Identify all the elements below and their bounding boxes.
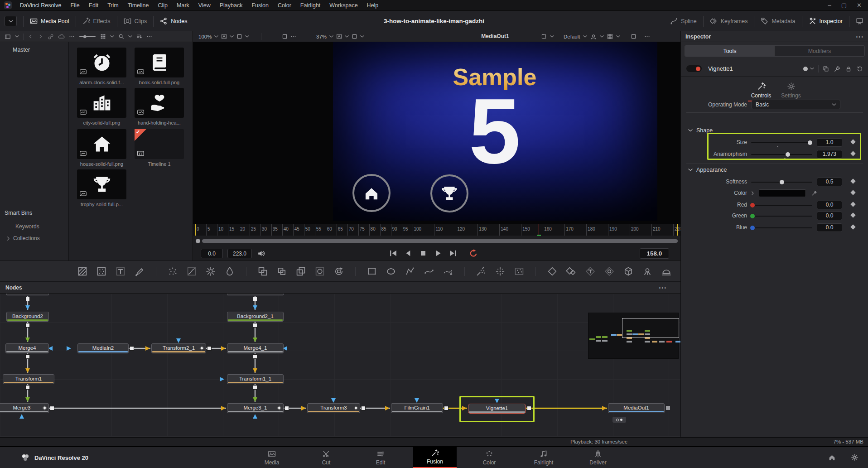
dotbox-icon[interactable] bbox=[541, 34, 547, 39]
smart-bins-label[interactable]: Smart Bins bbox=[5, 210, 32, 216]
dots-icon[interactable] bbox=[69, 34, 75, 39]
tool-background-button[interactable] bbox=[77, 266, 88, 277]
back-icon[interactable] bbox=[28, 34, 34, 39]
menu-item-clip[interactable]: Clip bbox=[154, 0, 173, 11]
tool-particle-fast-button[interactable] bbox=[495, 266, 506, 277]
node-enable-toggle[interactable] bbox=[686, 65, 702, 72]
media-item-timeline[interactable]: ✓ bbox=[135, 129, 184, 159]
node-Transform3[interactable]: Transform3 bbox=[307, 403, 360, 413]
slider-thumb[interactable] bbox=[750, 226, 755, 230]
media-item-house[interactable] bbox=[77, 129, 126, 159]
tool-wand-mask-button[interactable] bbox=[443, 266, 453, 277]
chev-icon[interactable] bbox=[360, 34, 364, 39]
sqbox-icon[interactable] bbox=[631, 34, 637, 39]
subtab-settings[interactable]: Settings bbox=[778, 82, 804, 99]
chev-icon[interactable] bbox=[616, 34, 620, 39]
section-appearance[interactable]: Appearance bbox=[688, 167, 727, 173]
node-MediaIn2[interactable]: MediaIn2 bbox=[77, 343, 129, 353]
speaker-icon[interactable] bbox=[257, 250, 265, 257]
menu-item-edit[interactable]: Edit bbox=[84, 0, 103, 11]
step-back-button[interactable] bbox=[404, 249, 413, 258]
toolbar-button-spline[interactable]: Spline bbox=[670, 17, 697, 25]
gridview-icon[interactable] bbox=[100, 34, 106, 39]
keyframe-diamond-icon[interactable] bbox=[850, 224, 855, 229]
cloud-icon[interactable] bbox=[58, 33, 65, 40]
media-item-city[interactable] bbox=[77, 88, 126, 118]
window-maximize-icon[interactable]: ▢ bbox=[841, 2, 847, 9]
abox-icon[interactable] bbox=[221, 34, 227, 39]
node-graph-minimap[interactable] bbox=[588, 313, 679, 359]
panel-icon[interactable] bbox=[5, 34, 11, 40]
nodes-options-icon[interactable]: ••• bbox=[659, 285, 667, 290]
page-tab-fairlight[interactable]: Fairlight bbox=[522, 447, 565, 468]
menu-item-mark[interactable]: Mark bbox=[172, 0, 194, 11]
page-tab-cut[interactable]: Cut bbox=[304, 447, 348, 468]
bin-master[interactable]: Master bbox=[13, 47, 30, 53]
skip-to-end-button[interactable] bbox=[448, 249, 458, 258]
tool-particle-render-button[interactable] bbox=[514, 266, 525, 277]
keyframe-diamond-icon[interactable] bbox=[850, 202, 855, 207]
menu-item-file[interactable]: File bbox=[66, 0, 84, 11]
chev-icon[interactable] bbox=[583, 34, 587, 39]
media-item-hand-heart[interactable] bbox=[135, 88, 184, 118]
tool-renderer3d-button[interactable] bbox=[661, 266, 672, 277]
toolbar-button-keyframes[interactable]: Keyframes bbox=[710, 17, 748, 25]
param-value-softness[interactable]: 0.5 bbox=[817, 178, 842, 186]
window-minimize-icon[interactable]: – bbox=[828, 2, 831, 9]
node-Transform2_1[interactable]: Transform2_1 bbox=[151, 343, 206, 353]
chev-icon[interactable] bbox=[245, 34, 249, 39]
tool-merge-small-button[interactable] bbox=[276, 266, 287, 277]
tool-ellipse-mask-button[interactable] bbox=[386, 266, 396, 277]
keyframe-diamond-icon[interactable] bbox=[850, 179, 855, 183]
node-Transform1_1[interactable]: Transform1_1 bbox=[227, 374, 284, 384]
lut-value[interactable]: Default bbox=[564, 34, 580, 39]
menu-item-timeline[interactable]: Timeline bbox=[123, 0, 154, 11]
page-tab-media[interactable]: Media bbox=[250, 447, 294, 468]
menu-item-workspace[interactable]: Workspace bbox=[325, 0, 362, 11]
monitor-icon[interactable] bbox=[856, 17, 863, 25]
param-value-blue[interactable]: 0.0 bbox=[817, 223, 842, 232]
keyframe-diamond-icon[interactable] bbox=[850, 190, 855, 195]
node-Merge4_1[interactable]: Merge4_1 bbox=[227, 343, 284, 353]
current-frame-field[interactable]: 158.0 bbox=[640, 248, 669, 259]
pin-icon[interactable] bbox=[834, 66, 840, 72]
menu-item-color[interactable]: Color bbox=[273, 0, 296, 11]
bin-collections[interactable]: Collections bbox=[13, 235, 40, 241]
menu-item-trim[interactable]: Trim bbox=[103, 0, 123, 11]
node-Merge4[interactable]: Merge4 bbox=[5, 343, 49, 353]
play-button[interactable] bbox=[434, 249, 443, 258]
tool-fastnoise-button[interactable] bbox=[96, 266, 107, 277]
tool-shape3d-button[interactable] bbox=[547, 266, 558, 277]
range-start-field[interactable]: 0.0 bbox=[201, 249, 223, 258]
page-tab-color[interactable]: Color bbox=[468, 447, 511, 468]
slider-thumb[interactable] bbox=[750, 214, 755, 218]
color-swatch[interactable] bbox=[759, 189, 806, 197]
chev-icon[interactable] bbox=[15, 34, 19, 39]
panel-toggle-button[interactable] bbox=[5, 16, 17, 26]
dots-icon[interactable] bbox=[644, 34, 650, 39]
sort-icon[interactable] bbox=[136, 34, 142, 39]
timeline-ruler[interactable]: 0510152025303540455055606570758085909510… bbox=[193, 224, 680, 236]
chev-icon[interactable] bbox=[345, 34, 349, 39]
tool-image-plane3d-button[interactable] bbox=[604, 266, 615, 277]
sqbox-icon[interactable] bbox=[282, 34, 288, 39]
chev-icon[interactable] bbox=[550, 34, 554, 39]
chev-icon[interactable] bbox=[214, 34, 218, 39]
tab-tools[interactable]: Tools bbox=[685, 46, 775, 56]
stop-button[interactable] bbox=[419, 249, 428, 258]
skip-to-start-button[interactable] bbox=[389, 249, 398, 258]
page-tab-deliver[interactable]: Deliver bbox=[576, 447, 620, 468]
search-icon[interactable] bbox=[118, 34, 124, 39]
tool-polygon-mask-button[interactable] bbox=[405, 266, 415, 277]
node-Vignette1[interactable]: Vignette1 bbox=[468, 404, 526, 414]
chev-icon[interactable] bbox=[329, 34, 333, 39]
viewer-canvas[interactable]: Sample 5 bbox=[333, 42, 657, 221]
tool-brightness-button[interactable] bbox=[205, 266, 216, 277]
abox-icon[interactable] bbox=[336, 34, 342, 39]
tool-text-plus-button[interactable] bbox=[115, 266, 126, 277]
chev-icon[interactable] bbox=[110, 34, 114, 39]
menu-item-playback[interactable]: Playback bbox=[215, 0, 247, 11]
slider-thumb[interactable] bbox=[780, 180, 784, 184]
sqbox-icon[interactable] bbox=[352, 34, 357, 39]
menu-app-title[interactable]: DaVinci Resolve bbox=[15, 0, 66, 11]
